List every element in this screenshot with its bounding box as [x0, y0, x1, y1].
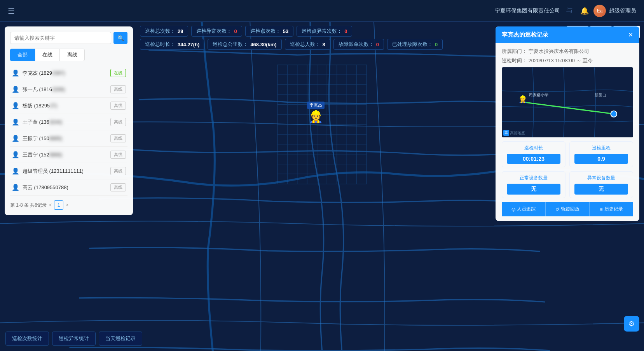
person-name: 超级管理员 (12311111111): [23, 168, 107, 175]
stat-distance-title: 巡检里程: [574, 145, 628, 151]
svg-text:司家桥小学: 司家桥小学: [529, 93, 548, 97]
tab-all[interactable]: 全部: [10, 49, 35, 61]
person-name: 王子童 (1363244): [23, 119, 107, 126]
avatar: Ea: [593, 5, 606, 17]
action-buttons: ◎ 人员追踪 ↺ 轨迹回放 ≡ 历史记录: [502, 202, 633, 216]
blurred-text: 5866): [49, 152, 62, 158]
stat-distance-value: 0.9: [574, 154, 628, 164]
tab-online[interactable]: 在线: [35, 49, 60, 61]
svg-text:新渠口: 新渠口: [595, 93, 606, 97]
list-item[interactable]: 👤 李克杰 (18292387) 在线: [10, 65, 127, 81]
stat-duration-value: 00:01:23: [507, 154, 560, 164]
blurred-text: 27): [50, 103, 57, 109]
list-item[interactable]: 👤 高云 (17809550788) 离线: [10, 179, 127, 196]
list-item[interactable]: 👤 王振宁 (1506885) 离线: [10, 130, 127, 147]
status-badge: 在线: [110, 69, 126, 77]
panel-body: 所属部门： 宁夏水投兴庆水务有限公司 巡检时间： 2020/07/13 15:0…: [496, 43, 639, 221]
settings-fab[interactable]: ⚙: [624, 316, 639, 332]
status-badge: 离线: [110, 102, 126, 110]
stat-abnormal-devices-card: 异常设备数量 无: [569, 171, 633, 198]
topbar: ☰ 宁夏环保集团有限责任公司 与 🔔 Ea 超级管理员: [0, 0, 644, 22]
person-icon: 👤: [12, 69, 19, 77]
person-icon: 👤: [12, 151, 19, 158]
status-badge: 离线: [110, 134, 126, 142]
gaode-logo-minimap: 高 高德地图: [503, 130, 525, 136]
svg-text:👷: 👷: [518, 95, 527, 104]
blurred-text: 2206): [52, 86, 65, 92]
person-icon: 👤: [12, 86, 19, 93]
time-field: 巡检时间： 2020/07/13 15:08:00 ～ 至今: [502, 57, 633, 64]
next-page[interactable]: >: [66, 202, 68, 208]
playback-label: 轨迹回放: [561, 206, 579, 212]
person-name: 王振宁 (1506885): [23, 135, 107, 142]
track-icon: ◎: [511, 207, 515, 212]
marker-label: 李克杰: [307, 102, 325, 109]
playback-icon: ↺: [555, 207, 559, 212]
panel-title: 李克杰的巡检记录: [502, 31, 548, 39]
right-panel: 李克杰的巡检记录 ✕ 所属部门： 宁夏水投兴庆水务有限公司 巡检时间： 2020…: [496, 26, 639, 221]
history-label: 历史记录: [604, 206, 623, 212]
blurred-text: 2387): [52, 70, 65, 76]
track-label: 人员追踪: [517, 206, 536, 212]
bottom-buttons: 巡检次数统计 巡检异常统计 当天巡检记录: [5, 332, 142, 346]
username: 超级管理员: [609, 7, 636, 14]
left-panel: 🔍 全部 在线 离线 👤 李克杰 (18292387) 在线 👤 张一凡 (18…: [5, 26, 133, 215]
person-name: 杨扬 (1829527): [23, 102, 107, 109]
status-badge: 离线: [110, 167, 126, 175]
current-page[interactable]: 1: [54, 200, 63, 210]
marker-icon: 👷: [309, 110, 323, 123]
status-badge: 离线: [110, 118, 126, 126]
prev-page[interactable]: <: [49, 202, 52, 208]
list-item[interactable]: 👤 超级管理员 (12311111111) 离线: [10, 163, 127, 179]
bell-icon[interactable]: 🔔: [580, 7, 589, 15]
tab-offline[interactable]: 离线: [60, 49, 85, 61]
settings-icon: ⚙: [628, 319, 635, 328]
stat-distance-card: 巡检里程 0.9: [569, 141, 633, 167]
separator: 与: [566, 7, 572, 15]
dept-field: 所属部门： 宁夏水投兴庆水务有限公司: [502, 48, 633, 55]
list-item[interactable]: 👤 王昌宁 (1525866) 离线: [10, 147, 127, 163]
status-badge: 离线: [110, 85, 126, 93]
pagination-info: 第 1-8 条 共8记录: [10, 202, 47, 209]
stat-duration-card: 巡检时长 00:01:23: [502, 141, 565, 167]
dept-value: 宁夏水投兴庆水务有限公司: [529, 48, 589, 54]
track-person-button[interactable]: ◎ 人员追踪: [502, 202, 546, 216]
svg-point-3: [611, 111, 617, 117]
person-list: 👤 李克杰 (18292387) 在线 👤 张一凡 (18162206) 离线 …: [10, 65, 127, 196]
panel-header: 李克杰的巡检记录 ✕: [496, 26, 639, 43]
stat-normal-devices-title: 正常设备数量: [507, 175, 560, 181]
time-label: 巡检时间：: [502, 58, 527, 63]
person-name: 张一凡 (18162206): [23, 86, 107, 93]
list-item[interactable]: 👤 张一凡 (18162206) 离线: [10, 81, 127, 98]
person-icon: 👤: [12, 135, 19, 142]
tab-row: 全部 在线 离线: [10, 49, 127, 61]
stat-normal-devices-card: 正常设备数量 无: [502, 171, 565, 198]
person-name: 李克杰 (18292387): [23, 70, 107, 77]
company-name: 宁夏环保集团有限责任公司: [495, 7, 560, 14]
dept-label: 所属部门：: [502, 48, 527, 54]
map-marker[interactable]: 李克杰 👷: [307, 102, 325, 123]
menu-icon[interactable]: ☰: [8, 6, 15, 16]
playback-button[interactable]: ↺ 轨迹回放: [546, 202, 590, 216]
search-button[interactable]: 🔍: [113, 32, 127, 44]
today-patrol-button[interactable]: 当天巡检记录: [99, 332, 142, 346]
history-icon: ≡: [600, 207, 602, 212]
mini-map: 👷 司家桥小学 新渠口 高 高德地图: [502, 67, 633, 137]
status-badge: 离线: [110, 183, 126, 191]
list-item[interactable]: 👤 王子童 (1363244) 离线: [10, 114, 127, 130]
person-name: 王昌宁 (1525866): [23, 151, 107, 158]
person-name: 高云 (17809550788): [23, 184, 107, 191]
person-icon: 👤: [12, 167, 19, 175]
blurred-text: 3244): [49, 119, 62, 125]
pagination: 第 1-8 条 共8记录 < 1 >: [10, 200, 127, 210]
abnormal-stats-button[interactable]: 巡检异常统计: [52, 332, 96, 346]
patrol-stats: 巡检时长 00:01:23 巡检里程 0.9 正常设备数量 无 异常设备数量 无: [502, 141, 633, 198]
stat-normal-devices-value: 无: [507, 184, 560, 195]
search-input[interactable]: [10, 32, 111, 44]
blurred-text: 6885): [49, 135, 62, 141]
time-value: 2020/07/13 15:08:00 ～ 至今: [529, 58, 593, 63]
patrol-stats-button[interactable]: 巡检次数统计: [5, 332, 49, 346]
list-item[interactable]: 👤 杨扬 (1829527) 离线: [10, 98, 127, 114]
close-button[interactable]: ✕: [628, 31, 633, 39]
history-button[interactable]: ≡ 历史记录: [590, 202, 633, 216]
